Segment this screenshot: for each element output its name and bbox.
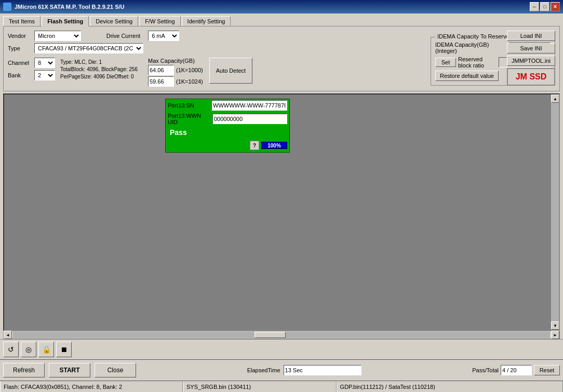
h-scroll-track[interactable] <box>13 332 550 338</box>
vertical-scrollbar[interactable]: ▲ ▼ <box>551 94 559 330</box>
capacity-input-1000[interactable] <box>148 65 174 75</box>
port-card: Port13:SN Port13:WWN UID Pass ? 100% <box>165 99 290 153</box>
flash-form: Vendor Micron Drive Current 6 mA Type CF… <box>8 31 421 87</box>
auto-detect-button[interactable]: Auto Detect <box>209 58 252 84</box>
capacity-suffix-1000: (1K=1000) <box>176 67 203 73</box>
load-ini-button[interactable]: Load INI <box>507 31 555 41</box>
toolbar-target-icon-button[interactable]: ◎ <box>21 342 36 357</box>
pass-total-label: Pass/Total <box>472 367 499 373</box>
start-button[interactable]: START <box>49 363 90 377</box>
status-gdp-bin: GDP.bin(111212) / SataTest (110218) <box>337 381 563 392</box>
channel-label: Channel <box>8 60 31 66</box>
elapsed-section: ElapsedTime <box>140 365 468 375</box>
tab-identify-setting[interactable]: Identify Setting <box>182 16 231 26</box>
capacity-row-1: (1K=1000) <box>148 65 203 75</box>
type-row: Type CFACA93 / MT29F64G08CFACB (2CE) <box>8 43 421 53</box>
tab-test-items[interactable]: Test Items <box>3 16 41 26</box>
title-bar: JMicron 61X SATA M.P. Tool B.2.9.21 S/U … <box>0 0 563 13</box>
drive-current-label: Drive Current <box>106 33 140 39</box>
save-ini-button[interactable]: Save INI <box>507 43 555 53</box>
pass-total-input[interactable] <box>501 365 532 375</box>
progress-bar: 100% <box>261 142 287 149</box>
status-sys-bin: SYS_SRGB.bin (130411) <box>183 381 337 392</box>
lock-icon: 🔒 <box>42 345 51 354</box>
type-select[interactable]: CFACA93 / MT29F64G08CFACB (2CE) <box>34 43 143 53</box>
scroll-left-button[interactable]: ◄ <box>4 331 12 339</box>
target-icon: ◎ <box>25 345 32 354</box>
capacity-input-1024[interactable] <box>148 76 174 87</box>
help-button[interactable]: ? <box>250 141 259 150</box>
reserved-block-label: Reserved block ratio <box>458 56 497 69</box>
reset-button[interactable]: Reset <box>534 365 560 375</box>
idema-capacity-label: IDEMA Capacity(GB)(Integer) <box>435 42 507 54</box>
elapsed-label: ElapsedTime <box>247 367 280 373</box>
scroll-track[interactable] <box>551 103 559 321</box>
title-bar-controls: ─ □ ✕ <box>530 2 560 11</box>
bank-label: Bank <box>8 72 31 78</box>
app-icon <box>3 3 11 11</box>
h-scroll-thumb[interactable] <box>254 332 286 338</box>
minimize-button[interactable]: ─ <box>530 2 539 11</box>
channel-info: Type: MLC, Die: 1 TotalBlock: 4096, Bloc… <box>59 58 139 82</box>
pass-total-section: Pass/Total Reset <box>472 365 560 375</box>
restore-default-button[interactable]: Restore default value <box>435 71 499 81</box>
toolbar-stop-icon-button[interactable]: ⏹ <box>56 342 72 357</box>
elapsed-input[interactable] <box>284 365 361 375</box>
status-flash-info: Flash: CFACA93(0x0851), Channel: 8, Bank… <box>0 381 183 392</box>
jm-ssd-button[interactable]: JM SSD <box>507 68 555 86</box>
vendor-row: Vendor Micron Drive Current 6 mA <box>8 31 421 41</box>
toolbar-lock-icon-button[interactable]: 🔒 <box>38 342 54 357</box>
jmmptool-button[interactable]: JMMPTOOL.ini <box>507 56 555 66</box>
pass-text: Pass <box>166 126 289 139</box>
bottom-toolbar: ↺ ◎ 🔒 ⏹ <box>0 339 563 359</box>
scroll-down-button[interactable]: ▼ <box>551 321 559 330</box>
right-buttons: Load INI Save INI JMMPTOOL.ini JM SSD <box>507 31 555 86</box>
tab-fw-setting[interactable]: F/W Setting <box>139 16 180 26</box>
tab-device-setting[interactable]: Device Setting <box>90 16 138 26</box>
tab-flash-setting[interactable]: Flash Setting <box>42 16 89 26</box>
vendor-label: Vendor <box>8 33 31 39</box>
stop-icon: ⏹ <box>60 345 68 354</box>
toolbar-refresh-icon-button[interactable]: ↺ <box>3 342 19 357</box>
type-label: Type <box>8 45 31 51</box>
vendor-select[interactable]: Micron <box>34 31 81 41</box>
max-capacity-label: Max Capacity(GB) <box>148 58 203 64</box>
bank-select[interactable]: 2 <box>34 70 55 80</box>
scroll-up-button[interactable]: ▲ <box>551 94 559 103</box>
port13-wwn-input[interactable] <box>212 114 287 124</box>
port13-sn-label: Port13:SN <box>168 102 209 109</box>
bank-row: Bank 2 <box>8 70 55 80</box>
close-window-button[interactable]: ✕ <box>551 2 560 11</box>
refresh-arrow-icon: ↺ <box>8 345 14 354</box>
set-button[interactable]: Set <box>435 58 456 67</box>
scroll-right-button[interactable]: ► <box>551 331 559 339</box>
content-area: Vendor Micron Drive Current 6 mA Type CF… <box>3 26 560 91</box>
capacity-row-2: (1K=1024) <box>148 76 203 87</box>
port13-wwn-row: Port13:WWN UID <box>166 112 289 126</box>
drive-current-select[interactable]: 6 mA <box>148 31 179 41</box>
refresh-button[interactable]: Refresh <box>3 363 45 377</box>
channel-row: Channel 8 <box>8 58 55 68</box>
port13-wwn-label: Port13:WWN UID <box>168 113 210 125</box>
status-bar: Flash: CFACA93(0x0851), Channel: 8, Bank… <box>0 381 563 392</box>
channel-select[interactable]: 8 <box>34 58 55 68</box>
action-buttons: Refresh START Close ElapsedTime Pass/Tot… <box>0 359 563 381</box>
tab-bar: Test Items Flash Setting Device Setting … <box>0 13 563 26</box>
maximize-button[interactable]: □ <box>540 2 549 11</box>
close-button[interactable]: Close <box>95 363 136 377</box>
progress-area: ? 100% <box>166 139 289 152</box>
port13-sn-input[interactable] <box>211 100 287 111</box>
port13-sn-row: Port13:SN <box>166 99 289 112</box>
window-title: JMicron 61X SATA M.P. Tool B.2.9.21 S/U <box>15 4 125 10</box>
main-window: Test Items Flash Setting Device Setting … <box>0 13 563 392</box>
capacity-suffix-1024: (1K=1024) <box>176 78 203 85</box>
